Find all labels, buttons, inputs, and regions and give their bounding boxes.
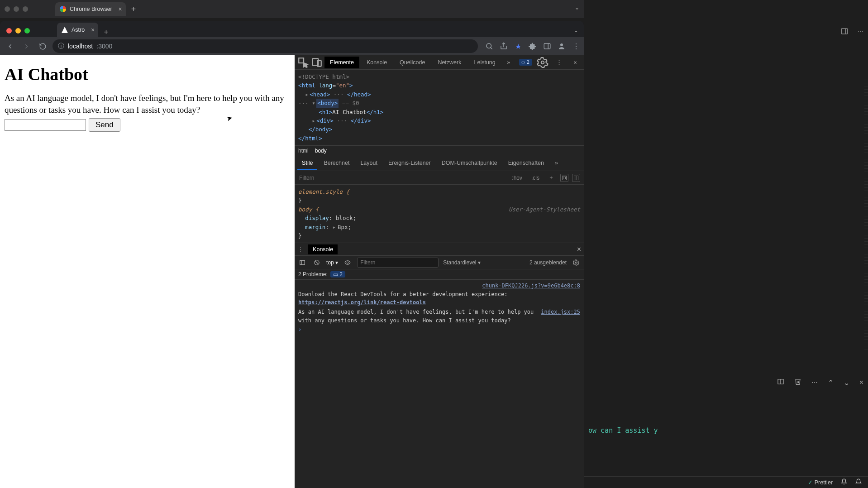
gear-icon[interactable] xyxy=(537,57,548,68)
traffic-light-max[interactable] xyxy=(23,6,28,12)
styles-filter-input[interactable] xyxy=(298,174,506,182)
tab-sources[interactable]: Quellcode xyxy=(394,57,430,68)
chevron-up-icon[interactable]: ⌃ xyxy=(828,378,834,387)
tab-network[interactable]: Netzwerk xyxy=(432,57,467,68)
log-source-link[interactable]: index.jsx:25 xyxy=(541,308,580,316)
bookmark-star-icon[interactable]: ★ xyxy=(514,42,522,50)
rendered-page: AI Chatbot As an AI language model, I do… xyxy=(0,55,295,488)
extensions-icon[interactable] xyxy=(529,42,537,50)
console-context[interactable]: top ▾ xyxy=(326,259,338,266)
breadcrumb-body[interactable]: body xyxy=(315,148,327,154)
nav-back-button[interactable] xyxy=(4,40,16,53)
new-style-rule-icon[interactable]: ＋ xyxy=(546,173,557,182)
more-icon[interactable]: ··· xyxy=(811,378,817,387)
svg-rect-16 xyxy=(299,58,304,63)
tab-styles[interactable]: Stile xyxy=(297,157,317,170)
traffic-light-min[interactable] xyxy=(14,6,19,12)
log-source-link[interactable]: chunk-DFKQJ226.js?v=9e6b4e8c:8 xyxy=(482,282,580,290)
tabs-dropdown-icon[interactable]: ⌄ xyxy=(575,5,579,11)
tabs-dropdown-icon[interactable]: ⌄ xyxy=(574,27,578,33)
console-problems-row[interactable]: 2 Probleme: ▭ 2 xyxy=(295,269,584,280)
site-info-icon[interactable]: ⓘ xyxy=(58,42,64,50)
clear-console-icon[interactable] xyxy=(312,258,322,268)
svg-point-29 xyxy=(575,262,577,263)
traffic-light-close[interactable] xyxy=(5,6,10,12)
omnibox[interactable]: ⓘ localhost:3000 xyxy=(52,39,478,53)
console-filter-input[interactable] xyxy=(357,258,439,268)
nav-reload-button[interactable] xyxy=(36,40,49,53)
breadcrumb-html[interactable]: html xyxy=(298,148,309,154)
styles-filter-row: :hov .cls ＋ xyxy=(295,171,584,185)
tabs-overflow-icon[interactable]: » xyxy=(550,157,563,170)
astro-favicon-icon xyxy=(62,27,68,33)
close-icon[interactable]: × xyxy=(577,245,581,254)
log-level-select[interactable]: Standardlevel ▾ xyxy=(443,259,481,266)
close-icon[interactable]: × xyxy=(91,26,95,33)
share-icon[interactable] xyxy=(500,42,508,50)
cls-toggle[interactable]: .cls xyxy=(529,174,542,182)
drawer-tab-console[interactable]: Konsole xyxy=(308,244,338,254)
live-expression-icon[interactable] xyxy=(343,258,353,268)
chrome-tab-astro[interactable]: Astro × xyxy=(57,23,98,37)
chrome-navbar: ⓘ localhost:3000 ★ ⋮ xyxy=(0,37,584,55)
status-prettier[interactable]: ✓ Prettier xyxy=(808,479,833,486)
gear-icon[interactable] xyxy=(571,258,581,268)
issues-badge[interactable]: ▭ 2 xyxy=(519,59,532,66)
device-toolbar-icon[interactable] xyxy=(311,57,323,68)
more-icon[interactable]: ··· xyxy=(858,27,863,37)
console-log[interactable]: chunk-DFKQJ226.js?v=9e6b4e8c:8 Download … xyxy=(295,280,584,337)
zoom-icon[interactable] xyxy=(485,42,493,50)
inspect-element-icon[interactable] xyxy=(297,57,309,68)
chat-input[interactable] xyxy=(5,119,86,131)
new-tab-button[interactable]: + xyxy=(104,28,109,37)
react-devtools-link[interactable]: https://reactjs.org/link/react-devtools xyxy=(298,299,426,306)
send-button[interactable]: Send xyxy=(89,118,120,132)
bell-icon[interactable] xyxy=(855,478,862,486)
minimap-sliver xyxy=(864,77,868,352)
new-tab-button[interactable]: + xyxy=(131,5,136,14)
chevron-down-icon[interactable]: ⌄ xyxy=(844,378,849,387)
trash-icon[interactable] xyxy=(794,378,801,387)
nav-forward-button[interactable] xyxy=(20,40,33,53)
close-icon[interactable]: × xyxy=(119,5,122,13)
dom-tree[interactable]: <!DOCTYPE html> <html lang="en"> ▸<head>… xyxy=(295,70,584,145)
page-title: AI Chatbot xyxy=(5,64,290,84)
tab-layout[interactable]: Layout xyxy=(356,157,382,170)
tab-computed[interactable]: Berechnet xyxy=(319,157,354,170)
outer-tab-chrome[interactable]: Chrome Browser × xyxy=(55,2,126,16)
feedback-icon[interactable] xyxy=(841,478,847,486)
kebab-menu-icon[interactable]: ⋮ xyxy=(553,57,565,68)
problems-chip[interactable]: ▭ 2 xyxy=(330,271,345,277)
toggle-rendering-icon[interactable] xyxy=(572,174,580,182)
svg-point-10 xyxy=(486,43,491,48)
tab-dom-breakpoints[interactable]: DOM-Umschaltpunkte xyxy=(437,157,502,170)
url-path: :3000 xyxy=(96,43,112,50)
sidepanel-icon[interactable] xyxy=(543,42,551,50)
hidden-count[interactable]: 2 ausgeblendet xyxy=(529,259,567,266)
split-terminal-icon[interactable] xyxy=(777,378,784,387)
console-prompt-icon[interactable]: › xyxy=(298,326,301,333)
drawer-handle-icon[interactable]: ⋮ xyxy=(297,246,304,253)
tab-listeners[interactable]: Ereignis-Listener xyxy=(384,157,435,170)
close-icon[interactable]: × xyxy=(569,57,581,68)
console-sidebar-icon[interactable] xyxy=(297,258,307,268)
devtools-panel: Elemente Konsole Quellcode Netzwerk Leis… xyxy=(295,55,584,488)
tab-console[interactable]: Konsole xyxy=(361,57,392,68)
tab-elements[interactable]: Elemente xyxy=(324,57,359,68)
tab-properties[interactable]: Eigenschaften xyxy=(504,157,548,170)
close-icon[interactable]: × xyxy=(859,378,863,387)
hov-toggle[interactable]: :hov xyxy=(509,174,525,182)
styles-body[interactable]: element.style { } body {User-Agent-Style… xyxy=(295,185,584,243)
tabs-overflow-icon[interactable]: » xyxy=(503,57,515,68)
tab-performance[interactable]: Leistung xyxy=(468,57,501,68)
computed-sidebar-icon[interactable] xyxy=(560,174,568,182)
traffic-light-close[interactable] xyxy=(6,28,12,33)
dom-breadcrumb[interactable]: html body xyxy=(295,145,584,156)
profile-avatar-icon[interactable] xyxy=(558,42,566,50)
devtools-tabbar: Elemente Konsole Quellcode Netzwerk Leis… xyxy=(295,55,584,70)
traffic-light-min[interactable] xyxy=(15,28,21,33)
kebab-menu-icon[interactable]: ⋮ xyxy=(572,42,580,50)
traffic-light-max[interactable] xyxy=(24,28,30,33)
panel-toggle-icon[interactable] xyxy=(840,27,849,37)
drawer-tabbar: ⋮ Konsole × xyxy=(295,243,584,256)
